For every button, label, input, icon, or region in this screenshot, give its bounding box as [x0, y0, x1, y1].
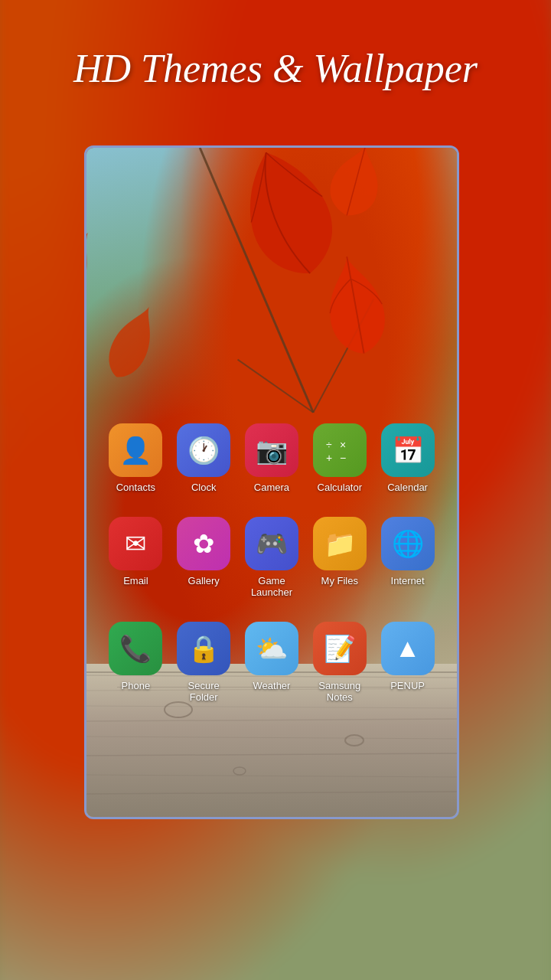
contacts-icon: 👤: [109, 423, 162, 477]
svg-text:÷: ÷: [326, 439, 332, 451]
calculator-icon: ÷ × + −: [313, 423, 367, 477]
gamelauncher-icon: 🎮: [245, 517, 298, 570]
penup-label: PENUP: [390, 680, 425, 692]
app-phone[interactable]: 📞 Phone: [105, 622, 166, 704]
app-grid: 👤 Contacts 🕐 Clock 📷 Camera ÷: [86, 423, 457, 727]
svg-text:×: ×: [340, 439, 346, 451]
securefolder-label: Secure Folder: [188, 680, 220, 704]
internet-label: Internet: [391, 575, 425, 587]
gallery-label: Gallery: [188, 575, 220, 587]
app-camera[interactable]: 📷 Camera: [241, 423, 302, 494]
samsungnotes-icon: 📝: [313, 622, 367, 675]
phone-label: Phone: [122, 680, 151, 692]
gallery-icon: ✿: [177, 517, 230, 570]
app-calendar[interactable]: 📅 Calendar: [377, 423, 439, 494]
calendar-label: Calendar: [387, 482, 428, 494]
page-title: HD Themes & Wallpaper: [0, 46, 551, 91]
contacts-label: Contacts: [116, 482, 155, 494]
calendar-icon: 📅: [381, 423, 435, 477]
app-calculator[interactable]: ÷ × + − Calculator: [309, 423, 370, 494]
app-weather[interactable]: ⛅ Weather: [241, 622, 302, 704]
app-samsungnotes[interactable]: 📝 Samsung Notes: [309, 622, 370, 704]
email-icon: ✉: [109, 517, 162, 570]
clock-icon: 🕐: [177, 423, 230, 477]
phone-icon: 📞: [109, 622, 162, 675]
calculator-label: Calculator: [318, 482, 363, 494]
app-myfiles[interactable]: 📁 My Files: [309, 517, 370, 599]
penup-icon: ▲: [381, 622, 435, 675]
app-penup[interactable]: ▲ PENUP: [377, 622, 439, 704]
myfiles-icon: 📁: [313, 517, 367, 570]
internet-icon: 🌐: [381, 517, 435, 570]
svg-line-2: [238, 360, 314, 413]
app-row-1: 👤 Contacts 🕐 Clock 📷 Camera ÷: [102, 423, 442, 494]
app-securefolder[interactable]: 🔒 Secure Folder: [173, 622, 234, 704]
app-gallery[interactable]: ✿ Gallery: [173, 517, 234, 599]
gamelauncher-label: Game Launcher: [251, 575, 292, 599]
weather-label: Weather: [253, 680, 291, 692]
camera-icon: 📷: [245, 423, 298, 477]
svg-text:−: −: [340, 452, 346, 464]
myfiles-label: My Files: [321, 575, 358, 587]
securefolder-icon: 🔒: [177, 622, 230, 675]
app-contacts[interactable]: 👤 Contacts: [105, 423, 166, 494]
camera-label: Camera: [254, 482, 289, 494]
weather-icon: ⛅: [245, 622, 298, 675]
svg-line-1: [313, 299, 373, 413]
svg-text:+: +: [326, 452, 332, 464]
app-clock[interactable]: 🕐 Clock: [173, 423, 234, 494]
samsungnotes-label: Samsung Notes: [318, 680, 360, 704]
app-row-3: 📞 Phone 🔒 Secure Folder ⛅ Weather 📝: [102, 622, 442, 704]
phone-frame: 👤 Contacts 🕐 Clock 📷 Camera ÷: [84, 145, 459, 819]
app-row-2: ✉ Email ✿ Gallery 🎮 Game Launcher 📁: [102, 517, 442, 599]
app-gamelauncher[interactable]: 🎮 Game Launcher: [241, 517, 302, 599]
app-internet[interactable]: 🌐 Internet: [377, 517, 439, 599]
svg-line-0: [200, 148, 313, 413]
clock-label: Clock: [191, 482, 217, 494]
email-label: Email: [123, 575, 148, 587]
app-email[interactable]: ✉ Email: [105, 517, 166, 599]
